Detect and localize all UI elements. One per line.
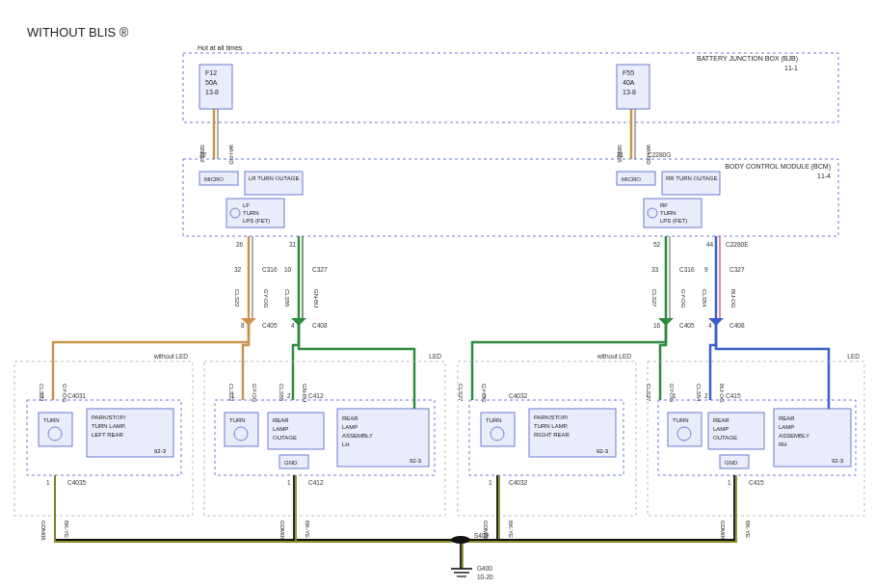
w-gnbu-b: GN-BU (302, 384, 307, 402)
svg-text:92-3: 92-3 (410, 458, 422, 464)
svg-text:C408: C408 (312, 322, 328, 329)
svg-text:RIGHT REAR: RIGHT REAR (534, 432, 570, 438)
svg-text:BK-YE: BK-YE (305, 521, 310, 538)
pin-26: 26 (236, 241, 244, 248)
svg-text:GDM06: GDM06 (40, 521, 46, 541)
svg-text:ASSEMBLY: ASSEMBLY (342, 433, 373, 439)
f55-ref: 13-8 (623, 89, 636, 95)
svg-text:3: 3 (483, 392, 487, 399)
svg-text:1: 1 (287, 479, 291, 486)
ground-icon: G400 10-20 (451, 565, 493, 580)
svg-text:1: 1 (489, 479, 492, 486)
svg-text:G400: G400 (477, 565, 492, 572)
svg-text:C408: C408 (729, 322, 745, 329)
svg-text:REAR: REAR (342, 415, 358, 421)
f12-ref: 13-8 (205, 89, 219, 95)
svg-text:REAR: REAR (779, 415, 795, 421)
svg-text:2: 2 (704, 392, 708, 399)
svg-text:BK-YE: BK-YE (64, 521, 69, 538)
svg-text:GY-OG: GY-OG (680, 289, 686, 308)
svg-text:TURN: TURN (486, 417, 502, 423)
bcm-ref: 11-4 (817, 173, 831, 179)
svg-text:33: 33 (651, 266, 659, 273)
svg-text:C316: C316 (679, 266, 695, 273)
f12-amps: 50A (205, 79, 218, 86)
svg-text:C4032: C4032 (509, 392, 528, 399)
svg-text:32: 32 (234, 266, 242, 273)
svg-text:BK-YE: BK-YE (745, 521, 751, 538)
svg-text:C4032: C4032 (509, 479, 528, 486)
hot-label: Hot at all times (198, 44, 243, 51)
svg-text:TURN LAMP,: TURN LAMP, (534, 423, 569, 429)
svg-text:21: 21 (617, 151, 624, 158)
grp3-label: without LED (597, 353, 631, 360)
svg-text:GDM06: GDM06 (279, 521, 285, 541)
ground-bus: GDM06 BK-YE GDM06 BK-YE GDM06 BK-YE GDM0… (40, 475, 751, 569)
bjb-ref: 11-1 (784, 65, 798, 71)
svg-text:10: 10 (284, 266, 292, 273)
svg-text:LAMP: LAMP (342, 424, 358, 430)
branch-blue (708, 318, 829, 386)
s409-label: S409 (474, 532, 490, 539)
w-cls27-c: CLS27 (458, 384, 464, 402)
svg-text:LPS (FET): LPS (FET) (660, 218, 687, 224)
svg-text:TURN LAMP,: TURN LAMP, (92, 423, 126, 429)
svg-text:OUTAGE: OUTAGE (273, 435, 297, 441)
grp1-label: without LED (153, 353, 188, 360)
c2280e: C2280E (726, 241, 749, 248)
grp2-label: LED (429, 353, 441, 360)
wiring-diagram: WITHOUT BLIS ® Hot at all times BATTERY … (0, 0, 875, 588)
svg-text:C405: C405 (262, 322, 278, 329)
bjb-name: BATTERY JUNCTION BOX (BJB) (697, 55, 798, 63)
svg-text:C412: C412 (308, 479, 324, 486)
svg-text:LAMP: LAMP (713, 426, 729, 432)
wire-44: CLS54 BU-OG 9 C327 4 C408 (702, 236, 745, 329)
svg-text:3: 3 (40, 392, 44, 399)
svg-text:MICRO: MICRO (204, 176, 224, 182)
svg-text:1: 1 (728, 479, 731, 486)
svg-text:GY-OG: GY-OG (263, 289, 269, 308)
svg-text:GDM06: GDM06 (720, 521, 726, 541)
svg-text:ASSEMBLY: ASSEMBLY (779, 433, 809, 439)
f12-id: F12 (205, 69, 217, 76)
svg-text:C2280G: C2280G (648, 151, 671, 158)
svg-text:CLS22: CLS22 (234, 289, 240, 307)
branch-green-l (291, 318, 414, 386)
svg-text:C327: C327 (312, 266, 328, 273)
wire-bjb-left: SBB12 WH-RD 22 (199, 109, 234, 165)
svg-text:2: 2 (287, 392, 291, 399)
svg-text:LF: LF (243, 202, 250, 208)
svg-text:GND: GND (725, 460, 738, 466)
svg-text:C415: C415 (749, 479, 764, 486)
svg-text:TURN: TURN (660, 210, 676, 216)
w-cls55-b: CLS55 (278, 384, 284, 402)
svg-text:GND: GND (284, 460, 298, 466)
svg-text:C316: C316 (262, 266, 278, 273)
svg-text:C327: C327 (729, 266, 745, 273)
svg-text:C405: C405 (679, 322, 695, 329)
pin-31: 31 (289, 241, 297, 248)
svg-text:WH-RD: WH-RD (228, 145, 234, 165)
svg-text:LR TURN OUTAGE: LR TURN OUTAGE (249, 175, 299, 181)
svg-text:C415: C415 (726, 392, 741, 399)
svg-text:LH: LH (342, 441, 350, 447)
bcm-name: BODY CONTROL MODULE (BCM) (725, 163, 831, 171)
svg-text:TURN: TURN (243, 210, 259, 216)
diagram-title: WITHOUT BLIS ® (27, 25, 129, 40)
svg-text:1: 1 (673, 392, 676, 399)
f55-id: F55 (623, 69, 634, 76)
grp4-label: LED (847, 353, 860, 360)
wire-31: CLS55 GN-BU 10 C327 4 C408 (284, 236, 328, 329)
w-cls27-d: CLS27 (646, 384, 651, 402)
svg-text:BK-YE: BK-YE (508, 521, 514, 538)
svg-text:TURN: TURN (43, 417, 60, 423)
svg-text:TURN: TURN (229, 417, 246, 423)
wire-26: CLS22 GY-OG 32 C316 8 C405 (234, 236, 278, 329)
svg-text:RR TURN OUTAGE: RR TURN OUTAGE (666, 175, 717, 181)
svg-text:CLS27: CLS27 (651, 289, 657, 307)
svg-text:8: 8 (241, 322, 245, 329)
svg-text:MICRO: MICRO (622, 176, 641, 182)
svg-text:92-3: 92-3 (832, 458, 844, 464)
svg-text:REAR: REAR (273, 417, 289, 423)
svg-text:22: 22 (199, 151, 207, 158)
